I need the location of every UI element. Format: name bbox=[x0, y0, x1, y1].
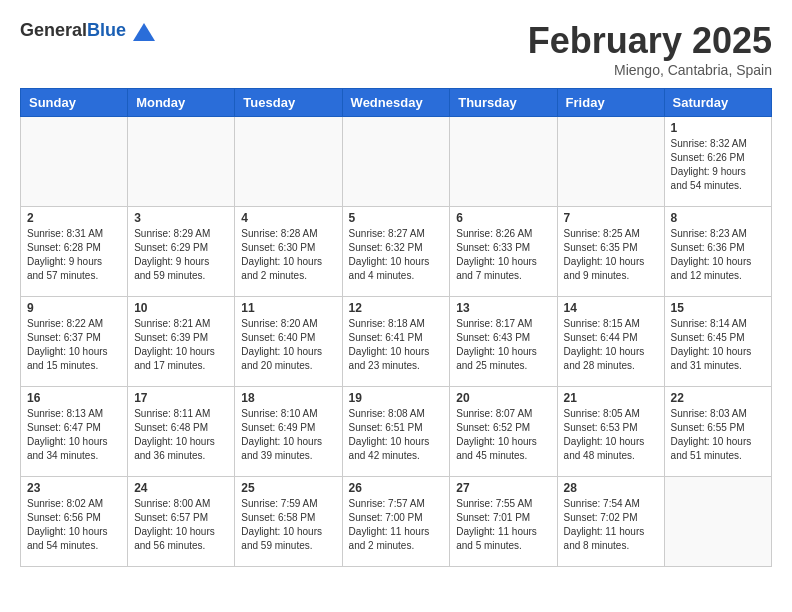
day-info: Sunrise: 8:11 AM Sunset: 6:48 PM Dayligh… bbox=[134, 407, 228, 463]
month-title: February 2025 bbox=[528, 20, 772, 62]
day-number: 18 bbox=[241, 391, 335, 405]
header-tuesday: Tuesday bbox=[235, 89, 342, 117]
day-info: Sunrise: 8:32 AM Sunset: 6:26 PM Dayligh… bbox=[671, 137, 765, 193]
day-info: Sunrise: 8:10 AM Sunset: 6:49 PM Dayligh… bbox=[241, 407, 335, 463]
day-info: Sunrise: 8:14 AM Sunset: 6:45 PM Dayligh… bbox=[671, 317, 765, 373]
day-number: 1 bbox=[671, 121, 765, 135]
table-cell: 24Sunrise: 8:00 AM Sunset: 6:57 PM Dayli… bbox=[128, 477, 235, 567]
header-sunday: Sunday bbox=[21, 89, 128, 117]
table-cell: 28Sunrise: 7:54 AM Sunset: 7:02 PM Dayli… bbox=[557, 477, 664, 567]
day-info: Sunrise: 8:29 AM Sunset: 6:29 PM Dayligh… bbox=[134, 227, 228, 283]
day-number: 10 bbox=[134, 301, 228, 315]
day-info: Sunrise: 8:13 AM Sunset: 6:47 PM Dayligh… bbox=[27, 407, 121, 463]
table-cell bbox=[342, 117, 450, 207]
logo-icon bbox=[133, 23, 155, 41]
table-cell: 11Sunrise: 8:20 AM Sunset: 6:40 PM Dayli… bbox=[235, 297, 342, 387]
table-cell: 5Sunrise: 8:27 AM Sunset: 6:32 PM Daylig… bbox=[342, 207, 450, 297]
week-row-0: 1Sunrise: 8:32 AM Sunset: 6:26 PM Daylig… bbox=[21, 117, 772, 207]
day-info: Sunrise: 7:55 AM Sunset: 7:01 PM Dayligh… bbox=[456, 497, 550, 553]
calendar-header: Sunday Monday Tuesday Wednesday Thursday… bbox=[21, 89, 772, 117]
week-row-3: 16Sunrise: 8:13 AM Sunset: 6:47 PM Dayli… bbox=[21, 387, 772, 477]
table-cell: 26Sunrise: 7:57 AM Sunset: 7:00 PM Dayli… bbox=[342, 477, 450, 567]
day-number: 19 bbox=[349, 391, 444, 405]
day-info: Sunrise: 7:59 AM Sunset: 6:58 PM Dayligh… bbox=[241, 497, 335, 553]
week-row-4: 23Sunrise: 8:02 AM Sunset: 6:56 PM Dayli… bbox=[21, 477, 772, 567]
day-info: Sunrise: 8:28 AM Sunset: 6:30 PM Dayligh… bbox=[241, 227, 335, 283]
logo: GeneralBlue bbox=[20, 20, 155, 41]
table-cell: 10Sunrise: 8:21 AM Sunset: 6:39 PM Dayli… bbox=[128, 297, 235, 387]
day-info: Sunrise: 8:22 AM Sunset: 6:37 PM Dayligh… bbox=[27, 317, 121, 373]
day-number: 27 bbox=[456, 481, 550, 495]
day-info: Sunrise: 8:07 AM Sunset: 6:52 PM Dayligh… bbox=[456, 407, 550, 463]
table-cell bbox=[664, 477, 771, 567]
day-info: Sunrise: 8:25 AM Sunset: 6:35 PM Dayligh… bbox=[564, 227, 658, 283]
header-monday: Monday bbox=[128, 89, 235, 117]
day-info: Sunrise: 7:54 AM Sunset: 7:02 PM Dayligh… bbox=[564, 497, 658, 553]
day-number: 16 bbox=[27, 391, 121, 405]
table-cell: 20Sunrise: 8:07 AM Sunset: 6:52 PM Dayli… bbox=[450, 387, 557, 477]
day-number: 2 bbox=[27, 211, 121, 225]
table-cell: 16Sunrise: 8:13 AM Sunset: 6:47 PM Dayli… bbox=[21, 387, 128, 477]
table-cell: 23Sunrise: 8:02 AM Sunset: 6:56 PM Dayli… bbox=[21, 477, 128, 567]
table-cell: 7Sunrise: 8:25 AM Sunset: 6:35 PM Daylig… bbox=[557, 207, 664, 297]
day-number: 25 bbox=[241, 481, 335, 495]
table-cell bbox=[21, 117, 128, 207]
header-friday: Friday bbox=[557, 89, 664, 117]
table-cell: 3Sunrise: 8:29 AM Sunset: 6:29 PM Daylig… bbox=[128, 207, 235, 297]
logo-blue: Blue bbox=[87, 20, 126, 40]
table-cell bbox=[450, 117, 557, 207]
day-number: 13 bbox=[456, 301, 550, 315]
weekday-header-row: Sunday Monday Tuesday Wednesday Thursday… bbox=[21, 89, 772, 117]
day-number: 23 bbox=[27, 481, 121, 495]
day-number: 7 bbox=[564, 211, 658, 225]
day-number: 26 bbox=[349, 481, 444, 495]
day-info: Sunrise: 8:17 AM Sunset: 6:43 PM Dayligh… bbox=[456, 317, 550, 373]
table-cell: 18Sunrise: 8:10 AM Sunset: 6:49 PM Dayli… bbox=[235, 387, 342, 477]
table-cell: 2Sunrise: 8:31 AM Sunset: 6:28 PM Daylig… bbox=[21, 207, 128, 297]
day-info: Sunrise: 8:23 AM Sunset: 6:36 PM Dayligh… bbox=[671, 227, 765, 283]
table-cell: 17Sunrise: 8:11 AM Sunset: 6:48 PM Dayli… bbox=[128, 387, 235, 477]
day-info: Sunrise: 8:21 AM Sunset: 6:39 PM Dayligh… bbox=[134, 317, 228, 373]
table-cell: 1Sunrise: 8:32 AM Sunset: 6:26 PM Daylig… bbox=[664, 117, 771, 207]
day-info: Sunrise: 8:18 AM Sunset: 6:41 PM Dayligh… bbox=[349, 317, 444, 373]
table-cell: 12Sunrise: 8:18 AM Sunset: 6:41 PM Dayli… bbox=[342, 297, 450, 387]
header-saturday: Saturday bbox=[664, 89, 771, 117]
day-number: 3 bbox=[134, 211, 228, 225]
table-cell: 4Sunrise: 8:28 AM Sunset: 6:30 PM Daylig… bbox=[235, 207, 342, 297]
table-cell: 21Sunrise: 8:05 AM Sunset: 6:53 PM Dayli… bbox=[557, 387, 664, 477]
table-cell bbox=[128, 117, 235, 207]
day-info: Sunrise: 8:15 AM Sunset: 6:44 PM Dayligh… bbox=[564, 317, 658, 373]
day-number: 6 bbox=[456, 211, 550, 225]
day-number: 4 bbox=[241, 211, 335, 225]
day-number: 11 bbox=[241, 301, 335, 315]
day-number: 9 bbox=[27, 301, 121, 315]
day-number: 20 bbox=[456, 391, 550, 405]
week-row-2: 9Sunrise: 8:22 AM Sunset: 6:37 PM Daylig… bbox=[21, 297, 772, 387]
table-cell: 6Sunrise: 8:26 AM Sunset: 6:33 PM Daylig… bbox=[450, 207, 557, 297]
table-cell: 27Sunrise: 7:55 AM Sunset: 7:01 PM Dayli… bbox=[450, 477, 557, 567]
day-info: Sunrise: 8:20 AM Sunset: 6:40 PM Dayligh… bbox=[241, 317, 335, 373]
table-cell: 13Sunrise: 8:17 AM Sunset: 6:43 PM Dayli… bbox=[450, 297, 557, 387]
table-cell bbox=[235, 117, 342, 207]
day-info: Sunrise: 8:08 AM Sunset: 6:51 PM Dayligh… bbox=[349, 407, 444, 463]
day-number: 14 bbox=[564, 301, 658, 315]
header: GeneralBlue February 2025 Miengo, Cantab… bbox=[20, 20, 772, 78]
day-number: 22 bbox=[671, 391, 765, 405]
header-wednesday: Wednesday bbox=[342, 89, 450, 117]
day-number: 15 bbox=[671, 301, 765, 315]
day-info: Sunrise: 8:02 AM Sunset: 6:56 PM Dayligh… bbox=[27, 497, 121, 553]
logo-general: General bbox=[20, 20, 87, 40]
day-info: Sunrise: 8:00 AM Sunset: 6:57 PM Dayligh… bbox=[134, 497, 228, 553]
title-area: February 2025 Miengo, Cantabria, Spain bbox=[528, 20, 772, 78]
day-number: 12 bbox=[349, 301, 444, 315]
day-info: Sunrise: 7:57 AM Sunset: 7:00 PM Dayligh… bbox=[349, 497, 444, 553]
table-cell: 15Sunrise: 8:14 AM Sunset: 6:45 PM Dayli… bbox=[664, 297, 771, 387]
header-thursday: Thursday bbox=[450, 89, 557, 117]
day-info: Sunrise: 8:31 AM Sunset: 6:28 PM Dayligh… bbox=[27, 227, 121, 283]
day-info: Sunrise: 8:26 AM Sunset: 6:33 PM Dayligh… bbox=[456, 227, 550, 283]
table-cell: 19Sunrise: 8:08 AM Sunset: 6:51 PM Dayli… bbox=[342, 387, 450, 477]
calendar: Sunday Monday Tuesday Wednesday Thursday… bbox=[20, 88, 772, 567]
day-number: 8 bbox=[671, 211, 765, 225]
day-info: Sunrise: 8:03 AM Sunset: 6:55 PM Dayligh… bbox=[671, 407, 765, 463]
table-cell bbox=[557, 117, 664, 207]
